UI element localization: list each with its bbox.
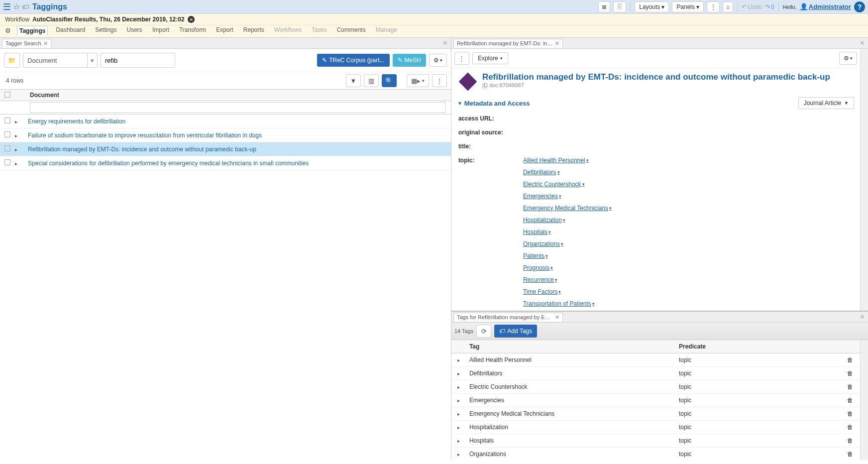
chevron-down-icon[interactable]: ▾	[609, 206, 612, 211]
delete-tag-icon[interactable]: 🗑	[847, 397, 853, 404]
layouts-dropdown[interactable]: Layouts▾	[635, 1, 669, 12]
gear-icon[interactable]: ⚙	[5, 27, 11, 34]
delete-tag-icon[interactable]: 🗑	[847, 451, 853, 458]
expand-icon[interactable]: ▸	[451, 398, 466, 403]
doc-type-select[interactable]: Document ▾	[23, 53, 98, 68]
expand-icon[interactable]: ▸	[451, 438, 466, 444]
tab-document-detail[interactable]: Refibrillation managed by EMT-Ds: incide…	[453, 39, 563, 48]
close-panel-icon[interactable]: ✕	[442, 39, 448, 47]
table-row[interactable]: ▸ Refibrillation managed by EMT-Ds: inci…	[0, 142, 451, 156]
tag-row[interactable]: ▸ Allied Health Personnel topic 🗑	[451, 353, 860, 367]
topic-link[interactable]: Defibrillators ▾	[523, 169, 560, 176]
tag-row[interactable]: ▸ Emergencies topic 🗑	[451, 394, 860, 407]
subnav-item-settings[interactable]: Settings	[93, 25, 118, 35]
topic-link[interactable]: Patients ▾	[523, 252, 548, 259]
detail-more-button[interactable]: ⋮	[454, 52, 469, 65]
detail-settings-button[interactable]: ⚙▾	[839, 52, 857, 65]
refresh-button[interactable]: ⟳	[476, 325, 491, 338]
chevron-down-icon[interactable]: ▾	[545, 253, 548, 258]
topic-link[interactable]: Electric Countershock ▾	[523, 181, 585, 188]
undo-button[interactable]: ↶Undo	[742, 3, 762, 10]
delete-tag-icon[interactable]: 🗑	[847, 424, 853, 431]
corpus-button[interactable]: ✎ TReC Corpus (part...	[317, 54, 389, 67]
tab-tagger-search[interactable]: Tagger Search ✕	[2, 39, 51, 48]
delete-tag-icon[interactable]: 🗑	[847, 437, 853, 444]
delete-tag-icon[interactable]: 🗑	[847, 370, 853, 377]
topic-link[interactable]: Allied Health Personnel ▾	[523, 157, 589, 164]
scrollbar[interactable]	[860, 49, 868, 311]
topic-link[interactable]: Organizations ▾	[523, 240, 563, 247]
delete-tag-icon[interactable]: 🗑	[847, 356, 853, 363]
close-panel-icon[interactable]: ✕	[860, 313, 865, 321]
row-checkbox[interactable]	[4, 159, 10, 165]
topic-link[interactable]: Hospitalization ▾	[523, 217, 565, 224]
chevron-down-icon[interactable]: ▾	[561, 241, 563, 246]
search-settings-button[interactable]: ⚙▾	[429, 54, 447, 67]
subnav-item-import[interactable]: Import	[150, 25, 171, 35]
document-link[interactable]: Special considerations for defibrillatio…	[27, 160, 309, 167]
subnav-item-comments[interactable]: Comments	[335, 25, 368, 35]
expand-icon[interactable]: ▸	[451, 411, 466, 417]
expand-icon[interactable]: ▸	[15, 161, 17, 166]
chevron-down-icon[interactable]: ▾	[557, 170, 560, 175]
list-view-button[interactable]: ≣	[598, 1, 610, 12]
user-link[interactable]: 👤Administrator	[800, 3, 851, 10]
subnav-item-reports[interactable]: Reports	[241, 25, 266, 35]
topic-link[interactable]: Hospitals ▾	[523, 229, 551, 235]
chevron-down-icon[interactable]: ▾	[550, 265, 553, 270]
tag-row[interactable]: ▸ Hospitalization topic 🗑	[451, 421, 860, 434]
chevron-down-icon[interactable]: ▾	[582, 182, 585, 187]
topic-link[interactable]: Recurrence ▾	[523, 276, 557, 283]
table-row[interactable]: ▸ Special considerations for defibrillat…	[0, 156, 451, 170]
expand-icon[interactable]: ▸	[451, 357, 466, 363]
expand-icon[interactable]: ▸	[15, 133, 17, 138]
tab-tags[interactable]: Tags for Refibrillation managed by EMT-D…	[453, 313, 563, 322]
expand-icon[interactable]: ▸	[451, 384, 466, 390]
topic-link[interactable]: Transportation of Patients ▾	[523, 300, 595, 307]
document-link[interactable]: Failure of sodium bicarbonate to improve…	[27, 132, 262, 139]
search-mode-button[interactable]: 🔍	[382, 74, 397, 87]
expand-icon[interactable]: ▸	[15, 147, 17, 152]
row-checkbox[interactable]	[4, 131, 10, 137]
tag-icon[interactable]: 🏷	[22, 2, 29, 11]
archive-button[interactable]: 🗄	[613, 1, 626, 12]
redo-button[interactable]: ↷0	[765, 3, 774, 10]
tag-row[interactable]: ▸ Defibrillators topic 🗑	[451, 367, 860, 380]
column-filter-input[interactable]	[30, 102, 446, 113]
chevron-down-icon[interactable]: ▾	[563, 218, 565, 223]
document-type-badge[interactable]: Journal Article▼	[798, 97, 854, 109]
topic-link[interactable]: Prognosis ▾	[523, 264, 553, 271]
topic-link[interactable]: Emergency Medical Technicians ▾	[523, 205, 612, 212]
column-header-predicate[interactable]: Predicate	[676, 340, 840, 353]
close-tab-icon[interactable]: ✕	[555, 314, 559, 321]
row-checkbox[interactable]	[4, 117, 10, 123]
folder-button[interactable]: 📁	[4, 53, 20, 68]
subnav-item-dashboard[interactable]: Dashboard	[54, 25, 87, 35]
topic-link[interactable]: Emergencies ▾	[523, 193, 561, 200]
tag-row[interactable]: ▸ Electric Countershock topic 🗑	[451, 380, 860, 394]
panels-dropdown[interactable]: Panels▾	[672, 1, 704, 12]
help-button[interactable]: ?	[854, 1, 865, 12]
export-button[interactable]: ▦▸▾	[407, 74, 429, 87]
chevron-down-icon[interactable]: ▾	[555, 277, 557, 282]
chevron-down-icon[interactable]: ▾	[548, 230, 551, 234]
close-workflow-icon[interactable]: ✕	[188, 16, 195, 23]
tag-row[interactable]: ▸ Hospitals topic 🗑	[451, 434, 860, 448]
chevron-down-icon[interactable]: ▾	[558, 289, 561, 294]
subnav-item-export[interactable]: Export	[214, 25, 235, 35]
topic-link[interactable]: Time Factors ▾	[523, 288, 561, 295]
close-tab-icon[interactable]: ✕	[43, 40, 48, 47]
table-row[interactable]: ▸ Failure of sodium bicarbonate to impro…	[0, 128, 451, 142]
explore-button[interactable]: Explore▾	[472, 52, 508, 64]
columns-button[interactable]: ▥	[364, 74, 379, 87]
home-button[interactable]: ⌂	[723, 1, 733, 12]
star-icon[interactable]: ☆	[13, 2, 20, 11]
expand-icon[interactable]: ▸	[451, 371, 466, 376]
filter-button[interactable]: ▼	[346, 74, 361, 87]
chevron-down-icon[interactable]: ▾	[592, 301, 595, 306]
row-checkbox[interactable]	[4, 145, 10, 151]
add-tags-button[interactable]: 🏷 Add Tags	[494, 325, 537, 338]
search-input[interactable]	[101, 53, 175, 68]
mesh-button[interactable]: ✎ MeSH	[393, 54, 426, 67]
close-tab-icon[interactable]: ✕	[555, 40, 559, 47]
